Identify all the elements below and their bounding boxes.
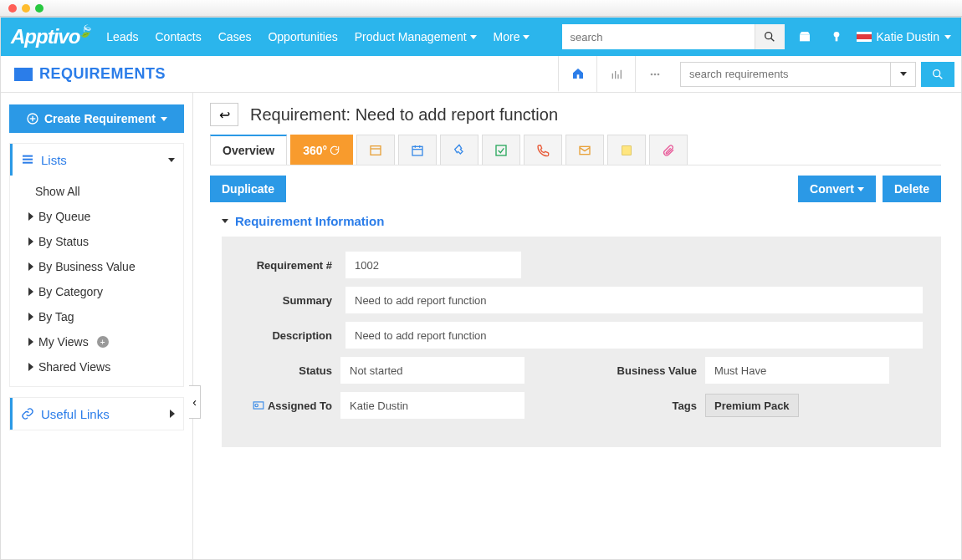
sidebar-item-show-all[interactable]: Show All — [10, 179, 183, 204]
useful-links-header[interactable]: Useful Links — [10, 398, 183, 430]
delete-button[interactable]: Delete — [883, 176, 941, 202]
plus-circle-icon — [26, 112, 39, 125]
module-title[interactable]: REQUIREMENTS — [14, 65, 166, 83]
link-icon — [21, 407, 34, 420]
sidebar-item-by-status[interactable]: By Status — [10, 229, 183, 254]
tab-attachment[interactable] — [649, 135, 688, 165]
window-close-dot[interactable] — [8, 4, 17, 13]
global-search-input[interactable] — [562, 24, 755, 49]
field-business-value[interactable]: Must Have — [705, 357, 889, 384]
module-search-input[interactable] — [681, 63, 890, 86]
plus-icon[interactable]: + — [97, 336, 109, 348]
module-icon — [14, 68, 33, 81]
sidebar-item-by-business-value[interactable]: By Business Value — [10, 254, 183, 279]
sidebar-item-shared-views[interactable]: Shared Views — [10, 354, 183, 379]
nav-product-management[interactable]: Product Management — [355, 30, 477, 43]
nav-leads[interactable]: Leads — [106, 30, 138, 43]
sidebar: Create Requirement Lists Show All By Que… — [1, 93, 193, 559]
tab-overview[interactable]: Overview — [210, 135, 287, 165]
svg-rect-2 — [800, 34, 810, 41]
sidebar-item-by-category[interactable]: By Category — [10, 279, 183, 304]
window-chrome — [0, 0, 962, 17]
top-bar: Apptivo🍃 Leads Contacts Cases Opportunit… — [1, 18, 961, 56]
create-requirement-button[interactable]: Create Requirement — [9, 104, 184, 133]
label-requirement-no: Requirement # — [240, 259, 332, 272]
svg-point-10 — [653, 73, 656, 75]
svg-point-9 — [650, 73, 652, 75]
svg-rect-26 — [496, 145, 506, 155]
detail-tabs: Overview 360° — [210, 135, 941, 165]
label-tags: Tags — [588, 400, 697, 412]
primary-nav: Leads Contacts Cases Opportunities Produ… — [106, 30, 530, 43]
svg-line-1 — [771, 38, 775, 42]
sidebar-item-by-tag[interactable]: By Tag — [10, 304, 183, 329]
window-min-dot[interactable] — [22, 4, 30, 13]
svg-point-3 — [833, 32, 839, 38]
mail-icon — [578, 144, 591, 157]
tab-call[interactable] — [524, 135, 562, 165]
convert-button[interactable]: Convert — [798, 176, 876, 202]
svg-rect-20 — [371, 145, 381, 155]
svg-rect-19 — [23, 162, 33, 164]
tab-email[interactable] — [565, 135, 604, 165]
page-title: Requirement: Need to add report function — [250, 105, 558, 125]
svg-point-30 — [255, 404, 258, 407]
back-button[interactable]: ↩ — [210, 103, 238, 126]
tab-news[interactable] — [356, 135, 395, 165]
lists-panel-header[interactable]: Lists — [10, 144, 183, 176]
tab-pin[interactable] — [440, 135, 478, 165]
phone-icon — [536, 144, 550, 157]
tab-note[interactable] — [607, 135, 646, 165]
check-icon — [494, 144, 508, 157]
field-summary[interactable]: Need to add report function — [345, 287, 923, 313]
nav-cases[interactable]: Cases — [218, 30, 252, 43]
section-requirement-info-body: Requirement # 1002 Summary Need to add r… — [222, 237, 941, 447]
card-icon — [253, 399, 264, 412]
refresh-icon — [329, 144, 340, 157]
user-menu[interactable]: Katie Dustin — [857, 30, 951, 43]
calendar-icon — [411, 144, 424, 157]
label-business-value: Business Value — [588, 364, 697, 377]
duplicate-button[interactable]: Duplicate — [210, 176, 286, 202]
flag-icon — [857, 32, 872, 42]
nav-contacts[interactable]: Contacts — [155, 30, 201, 43]
field-status[interactable]: Not started — [340, 357, 524, 384]
label-status: Status — [240, 364, 332, 377]
brand-logo[interactable]: Apptivo🍃 — [11, 24, 91, 49]
module-search-button[interactable] — [921, 62, 954, 87]
svg-rect-22 — [412, 146, 422, 155]
label-assigned-to: Assigned To — [240, 399, 332, 412]
chart-icon[interactable] — [596, 56, 635, 92]
svg-rect-18 — [23, 159, 33, 160]
field-requirement-no[interactable]: 1002 — [345, 252, 521, 278]
label-summary: Summary — [240, 294, 332, 307]
field-description[interactable]: Need to add report function — [345, 322, 923, 349]
tab-calendar[interactable] — [398, 135, 437, 165]
nav-opportunities[interactable]: Opportunities — [268, 30, 337, 43]
news-icon — [369, 144, 382, 157]
notifications-icon[interactable] — [825, 25, 848, 48]
attachment-icon — [662, 144, 675, 157]
tab-task[interactable] — [482, 135, 520, 165]
sidebar-collapse-handle[interactable]: ‹ — [189, 385, 201, 419]
svg-line-13 — [939, 75, 943, 79]
home-icon[interactable] — [558, 56, 596, 92]
sidebar-item-my-views[interactable]: My Views+ — [10, 329, 183, 354]
global-search-button[interactable] — [755, 24, 785, 49]
svg-point-0 — [765, 33, 772, 39]
main-content: ↩ Requirement: Need to add report functi… — [193, 93, 961, 559]
svg-rect-4 — [835, 37, 837, 41]
nav-more[interactable]: More — [494, 30, 530, 43]
pin-icon — [453, 144, 466, 157]
store-icon[interactable] — [793, 25, 816, 48]
section-requirement-info-header[interactable]: Requirement Information — [222, 214, 941, 228]
module-bar: REQUIREMENTS — [1, 56, 961, 93]
module-search-dropdown[interactable] — [890, 63, 915, 86]
sidebar-item-by-queue[interactable]: By Queue — [10, 204, 183, 229]
tab-360[interactable]: 360° — [290, 135, 353, 165]
window-max-dot[interactable] — [35, 4, 43, 13]
svg-rect-28 — [622, 145, 632, 155]
more-icon[interactable] — [635, 56, 673, 92]
tag-chip[interactable]: Premium Pack — [705, 394, 799, 417]
field-assigned-to[interactable]: Katie Dustin — [340, 392, 524, 419]
